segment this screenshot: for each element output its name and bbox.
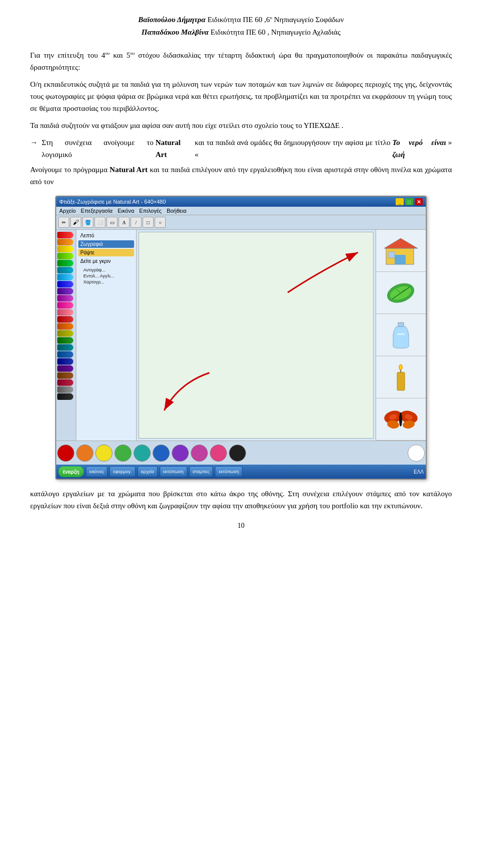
marker-cyan[interactable] (57, 274, 73, 280)
marker-teal2[interactable] (57, 344, 73, 351)
close-button[interactable]: ✕ (415, 198, 423, 205)
palette-teal[interactable] (134, 445, 151, 462)
stamp-candle[interactable] (376, 356, 426, 398)
taskbar-btn2[interactable]: εφαρμογ. (109, 466, 135, 477)
palette-white[interactable] (408, 445, 425, 462)
menu-file[interactable]: Αρχείο (59, 208, 76, 214)
menu-options[interactable]: Επιλογές (139, 208, 162, 214)
menu-edit[interactable]: Επεξεργασία (81, 208, 112, 214)
author1-specialty: Ειδικότητα ΠΕ 60 ,6 (207, 16, 270, 24)
stamp-bottle[interactable] (376, 314, 426, 356)
marker-orange2[interactable] (57, 323, 73, 330)
body-para3: Τα παιδιά συζητούν να φτιάξουν μια αφίσα… (30, 119, 452, 131)
palette-black[interactable] (229, 445, 246, 462)
red-arrow-2 (278, 242, 368, 303)
menu-help[interactable]: Βοήθεια (167, 208, 186, 214)
menu-image[interactable]: Εικόνα (117, 208, 134, 214)
leaf-svg (382, 278, 420, 308)
author1-school: Νηπιαγωγείο Σοφάδων (272, 16, 344, 24)
svg-marker-3 (384, 238, 418, 248)
tool-brush[interactable]: 🖌 (70, 217, 81, 228)
tool-circle[interactable]: ○ (155, 217, 166, 228)
red-arrow-1 (149, 368, 219, 418)
header-line2: Παπαδάκου Μαλβίνα Ειδικότητα ΠΕ 60 , Νηπ… (30, 28, 452, 37)
stamp-house[interactable] (376, 230, 426, 272)
arrow-icon: → (30, 136, 38, 149)
marker-yellow[interactable] (57, 246, 73, 252)
window-menubar: Αρχείο Επεξεργασία Εικόνα Επιλογές Βοήθε… (56, 207, 426, 215)
tool-pencil[interactable]: ✏ (58, 217, 69, 228)
taskbar-start[interactable]: έναρξη (58, 466, 84, 477)
palette-red[interactable] (57, 445, 74, 462)
stamp-butterfly[interactable] (376, 398, 426, 441)
body-para1: Για την επίτευξη του 4ου και 5ου στόχου … (30, 49, 452, 73)
marker-blue[interactable] (57, 281, 73, 287)
tool-line[interactable]: / (131, 217, 142, 228)
minimize-button[interactable]: _ (396, 198, 404, 205)
panel-item-2[interactable]: Ζωγραφιά (78, 240, 134, 248)
right-stamps-sidebar (376, 230, 426, 441)
palette-yellow[interactable] (95, 445, 112, 462)
marker-brown[interactable] (57, 372, 73, 379)
panel-item-1[interactable]: Λεπτό (78, 232, 134, 239)
canvas-area[interactable] (139, 232, 374, 439)
author2-name: Παπαδάκου Μαλβίνα (142, 28, 209, 36)
marker-pink[interactable] (57, 309, 73, 316)
palette-hotpink[interactable] (210, 445, 227, 462)
palette-pink[interactable] (191, 445, 208, 462)
marker-green[interactable] (57, 260, 73, 266)
tool-fill[interactable]: 🪣 (82, 217, 93, 228)
svg-point-25 (399, 412, 402, 426)
marker-lime[interactable] (57, 253, 73, 259)
marker-olive[interactable] (57, 330, 73, 337)
svg-rect-17 (397, 372, 405, 390)
marker-darkred[interactable] (57, 379, 73, 386)
natural-art-bold1: Natural Art (156, 136, 193, 161)
tool-eraser[interactable]: ⬜ (94, 217, 105, 228)
taskbar-btn4[interactable]: εκτύπωση (160, 466, 187, 477)
body-para2: Ο/η εκπαιδευτικός συζητά με τα παιδιά γι… (30, 78, 452, 114)
candle-svg (382, 362, 420, 392)
marker-black[interactable] (57, 393, 73, 400)
author2-specialty: Ειδικότητα ΠΕ 60 , Νηπιαγωγείο Αχλαδιάς (210, 28, 340, 36)
marker-indigo[interactable] (57, 288, 73, 295)
marker-orange[interactable] (57, 239, 73, 245)
marker-magenta[interactable] (57, 302, 73, 309)
panel-item-3[interactable]: Ράψτε (78, 249, 134, 256)
svg-rect-6 (389, 252, 392, 255)
marker-blue2[interactable] (57, 351, 73, 358)
author1-name: Βαϊοπούλου Δήμητρα (138, 16, 205, 24)
marker-purple[interactable] (57, 295, 73, 302)
marker-red[interactable] (57, 232, 73, 238)
submenu-item1[interactable]: Αντιγράφ... (82, 267, 134, 273)
taskbar-btn5[interactable]: σταμπες (189, 466, 213, 477)
palette-purple[interactable] (172, 445, 189, 462)
marker-gray[interactable] (57, 386, 73, 393)
submenu-item2[interactable]: Εντολ... Αγγλι... (82, 273, 134, 279)
submenu-item3[interactable]: Χαρτογρ... (82, 279, 134, 285)
window-body: Λεπτό Ζωγραφιά Ράψτε Δείτε με γκριν Αντι… (56, 230, 426, 441)
tool-select[interactable]: ▭ (106, 217, 117, 228)
tool-text[interactable]: A (118, 217, 130, 228)
arrow-text1-post: και τα παιδιά ανά ομάδες θα δημιουργήσου… (195, 136, 391, 161)
marker-teal[interactable] (57, 267, 73, 273)
svg-rect-7 (392, 252, 395, 255)
palette-orange[interactable] (76, 445, 93, 462)
panel-item-4[interactable]: Δείτε με γκριν (78, 257, 134, 265)
marker-darkpurple[interactable] (57, 365, 73, 372)
stamp-leaf[interactable] (376, 272, 426, 314)
taskbar-btn3[interactable]: αρχεία (138, 466, 158, 477)
palette-green[interactable] (114, 445, 132, 462)
marker-navy[interactable] (57, 358, 73, 365)
maximize-button[interactable]: □ (405, 198, 413, 205)
window-controls: _ □ ✕ (396, 198, 423, 205)
marker-red2[interactable] (57, 316, 73, 323)
poster-title: Το νερό είναι ζωή (392, 136, 446, 161)
marker-green2[interactable] (57, 337, 73, 344)
natural-art-bold2: Natural Art (109, 166, 148, 174)
taskbar-btn1[interactable]: εικόνος (86, 466, 107, 477)
taskbar-btn6[interactable]: εκτύπωση (215, 466, 243, 477)
tool-rect[interactable]: □ (143, 217, 154, 228)
palette-blue[interactable] (153, 445, 170, 462)
arrow-text1-pre: Στη συνέχεια ανοίγουμε το λογισμικό (42, 136, 154, 161)
